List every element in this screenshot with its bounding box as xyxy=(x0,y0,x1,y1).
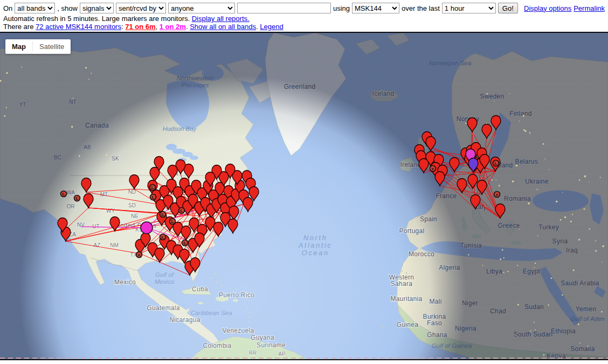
svg-text:Atlantic: Atlantic xyxy=(298,241,333,249)
svg-text:Hudson Bay: Hudson Bay xyxy=(163,125,197,132)
svg-text:Mexico: Mexico xyxy=(114,278,136,286)
header: On all bands , show signals sent/rcvd by… xyxy=(0,0,608,31)
show-label: , show xyxy=(57,4,78,12)
svg-text:TX: TX xyxy=(130,252,137,258)
svg-text:GA: GA xyxy=(182,251,190,257)
svg-text:Passages: Passages xyxy=(182,82,209,88)
svg-text:Kenya: Kenya xyxy=(547,352,566,360)
svg-text:Romania: Romania xyxy=(504,195,531,202)
show-all-bands-link[interactable]: Show all on all bands xyxy=(190,23,256,31)
svg-text:France: France xyxy=(436,192,457,200)
svg-text:CA: CA xyxy=(68,232,76,237)
svg-text:Saudi Arabia: Saudi Arabia xyxy=(561,279,599,287)
mode-select[interactable]: MSK144 xyxy=(352,3,399,13)
sentrcvd-select[interactable]: sent/rcvd by xyxy=(116,3,166,13)
map-type-satellite-button[interactable]: Satellite xyxy=(33,39,71,54)
svg-text:Spain: Spain xyxy=(420,215,437,223)
svg-text:Poland: Poland xyxy=(492,162,513,169)
monitors-2m-link[interactable]: 1 on 2m xyxy=(160,23,186,31)
svg-text:Mexico: Mexico xyxy=(155,278,175,285)
svg-text:BC: BC xyxy=(54,155,61,160)
display-options-link[interactable]: Display options xyxy=(524,4,571,12)
svg-text:Ukraine: Ukraine xyxy=(525,178,548,185)
permalink-link[interactable]: Permalink xyxy=(574,4,605,12)
svg-text:NM: NM xyxy=(110,242,119,248)
svg-text:Ethiopia: Ethiopia xyxy=(551,327,576,335)
overlast-label: over the last xyxy=(402,4,440,12)
svg-text:UT: UT xyxy=(92,223,99,229)
svg-text:Nigeria: Nigeria xyxy=(455,325,476,332)
svg-text:North: North xyxy=(303,234,327,242)
svg-text:Cuba: Cuba xyxy=(192,285,208,293)
svg-text:Belarus: Belarus xyxy=(515,158,538,165)
query-controls-row: On all bands , show signals sent/rcvd by… xyxy=(3,2,605,15)
band-select[interactable]: all bands xyxy=(15,3,55,13)
svg-text:Sweden: Sweden xyxy=(480,93,504,100)
svg-text:Guyana: Guyana xyxy=(251,334,274,341)
svg-text:NB: NB xyxy=(233,192,241,198)
legend-link[interactable]: Legend xyxy=(260,23,283,31)
svg-text:Gulf of Guinea: Gulf of Guinea xyxy=(432,342,472,349)
svg-text:Nicaragua: Nicaragua xyxy=(169,316,200,324)
svg-text:AP: AP xyxy=(278,351,286,357)
svg-text:Puerto Rico: Puerto Rico xyxy=(219,291,254,299)
svg-text:Canada: Canada xyxy=(85,122,109,129)
svg-text:MT: MT xyxy=(100,192,108,198)
active-monitors-link[interactable]: 72 active MSK144 monitors xyxy=(36,23,121,31)
svg-text:Niger: Niger xyxy=(462,299,478,307)
display-all-reports-link[interactable]: Display all reports. xyxy=(192,15,250,23)
time-select[interactable]: 1 hour xyxy=(442,3,496,13)
svg-text:NE: NE xyxy=(131,213,139,219)
svg-text:South Sudan: South Sudan xyxy=(514,331,553,338)
svg-text:YT: YT xyxy=(19,102,26,108)
map-type-map-button[interactable]: Map xyxy=(5,39,32,54)
using-label: using xyxy=(333,4,350,12)
svg-text:Chad: Chad xyxy=(490,307,506,315)
anyone-select[interactable]: anyone xyxy=(168,3,235,13)
svg-text:ND: ND xyxy=(128,189,136,195)
signals-select[interactable]: signals xyxy=(80,3,114,13)
svg-text:Gulf of: Gulf of xyxy=(155,271,175,278)
svg-text:Norway: Norway xyxy=(457,115,479,123)
svg-text:Greece: Greece xyxy=(498,222,520,229)
svg-text:Venezuela: Venezuela xyxy=(223,327,254,334)
world-map[interactable]: GreenlandIcelandSwedenNorwayFinlandCanad… xyxy=(0,32,608,360)
svg-text:KS: KS xyxy=(135,227,143,233)
svg-text:Suriname: Suriname xyxy=(257,341,286,349)
svg-text:Morocco: Morocco xyxy=(409,250,434,258)
callsign-input[interactable] xyxy=(237,3,331,13)
svg-text:Greenland: Greenland xyxy=(284,83,316,90)
svg-text:Syria: Syria xyxy=(552,237,568,245)
svg-text:Portugal: Portugal xyxy=(399,227,424,235)
svg-text:OR: OR xyxy=(67,204,75,209)
svg-text:Egypt: Egypt xyxy=(523,268,541,275)
svg-text:SK: SK xyxy=(112,156,119,162)
svg-text:Finland: Finland xyxy=(509,110,531,117)
svg-text:SC: SC xyxy=(189,244,197,250)
refresh-info-row: Automatic refresh in 5 minutes. Large ma… xyxy=(3,15,605,23)
svg-text:PE: PE xyxy=(244,195,252,201)
svg-text:NT: NT xyxy=(69,99,76,105)
svg-text:Tunisia: Tunisia xyxy=(460,242,482,249)
svg-text:Somalia: Somalia xyxy=(570,345,595,353)
svg-text:LA: LA xyxy=(156,257,163,263)
svg-text:Ghana: Ghana xyxy=(427,331,447,339)
svg-text:Libya: Libya xyxy=(486,268,502,275)
svg-text:Turkey: Turkey xyxy=(538,223,559,231)
monitors-info-row: There are 72 active MSK144 monitors: 71 … xyxy=(3,23,605,31)
svg-text:WA: WA xyxy=(66,190,75,195)
svg-text:Guatemala: Guatemala xyxy=(147,304,179,312)
go-button[interactable]: Go! xyxy=(498,3,518,13)
svg-text:Ocean: Ocean xyxy=(302,249,329,257)
svg-text:WY: WY xyxy=(106,208,115,214)
svg-text:Yemen: Yemen xyxy=(576,305,596,313)
svg-text:Sudan: Sudan xyxy=(524,303,544,311)
svg-text:Gulf of Aden: Gulf of Aden xyxy=(570,316,605,322)
svg-text:Faso: Faso xyxy=(427,319,442,327)
map-base-layer: GreenlandIcelandSwedenNorwayFinlandCanad… xyxy=(0,33,608,360)
svg-text:AZ: AZ xyxy=(94,242,101,248)
svg-text:Algeria: Algeria xyxy=(439,264,460,271)
svg-text:Norwegian Sea: Norwegian Sea xyxy=(429,60,472,66)
svg-text:ME: ME xyxy=(224,200,232,206)
monitors-6m-link[interactable]: 71 on 6m xyxy=(125,23,155,31)
